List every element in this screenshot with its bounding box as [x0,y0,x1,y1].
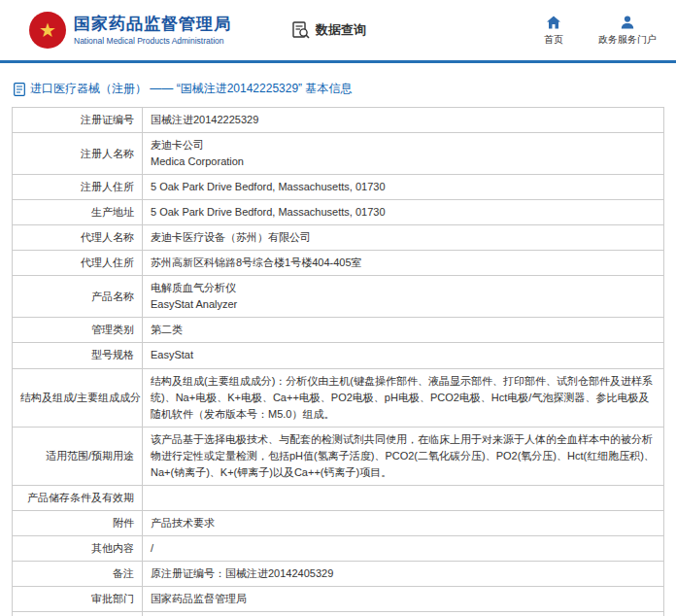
row-value: 苏州高新区科锦路8号综合楼1号楼404-405室 [143,251,664,276]
page: ★ 国家药品监督管理局 National Medical Products Ad… [0,0,676,616]
row-label: 注册证编号 [13,108,143,133]
row-label: 产品名称 [13,276,143,318]
row-label: 注册人名称 [13,133,143,175]
row-value: 该产品基于选择电极技术、与配套的检测试剂共同使用，在临床上用于对来源于人体的全血… [143,427,664,485]
nav-portal[interactable]: 政务服务门户 [598,15,657,47]
row-label: 批准日期 [13,612,143,616]
row-value [143,485,664,510]
row-value: 原注册证编号：国械注进20142405329 [143,561,664,586]
row-label: 其他内容 [13,535,143,561]
row-label: 代理人名称 [13,225,143,251]
breadcrumb-text: 进口医疗器械（注册） —— “国械注进20142225329” 基本信息 [30,81,352,97]
row-value: 5 Oak Park Drive Bedford, Massachusetts,… [143,200,664,225]
row-label: 代理人住所 [13,251,143,276]
row-value: 国械注进20142225329 [143,108,664,133]
data-query-icon [291,20,311,40]
row-label: 审批部门 [13,586,143,611]
org-name-en: National Medical Products Administration [74,36,231,46]
row-label: 管理类别 [13,318,143,343]
nmpa-logo: ★ 国家药品监督管理局 National Medical Products Ad… [29,12,231,49]
right-nav: 首页 政务服务门户 [536,15,657,47]
main-content: 进口医疗器械（注册） —— “国械注进20142225329” 基本信息 注册证… [0,63,676,616]
home-icon [546,15,561,30]
table-row: 型号规格EasyStat [13,343,664,368]
row-label: 附件 [13,510,143,535]
table-row: 生产地址5 Oak Park Drive Bedford, Massachuse… [13,200,664,225]
table-row: 代理人名称麦迪卡医疗设备（苏州）有限公司 [13,225,664,251]
row-label: 适用范围/预期用途 [13,427,143,485]
table-row: 产品名称电解质血气分析仪 EasyStat Analyzer [13,276,664,318]
row-value: 麦迪卡公司 Medica Corporation [143,133,664,175]
row-value: 2019-09-18 [143,612,664,616]
table-row: 产品储存条件及有效期 [13,485,664,510]
row-value: / [143,535,664,561]
row-label: 生产地址 [13,200,143,225]
site-header: ★ 国家药品监督管理局 National Medical Products Ad… [0,0,676,60]
row-value: EasyStat [143,343,664,368]
table-row: 适用范围/预期用途该产品基于选择电极技术、与配套的检测试剂共同使用，在临床上用于… [13,427,664,485]
table-row: 注册人名称麦迪卡公司 Medica Corporation [13,133,664,175]
user-icon [620,15,635,30]
breadcrumb: 进口医疗器械（注册） —— “国械注进20142225329” 基本信息 [14,81,664,97]
table-row: 管理类别第二类 [13,318,664,343]
row-label: 结构及组成/主要组成成分 [13,368,143,427]
table-row: 注册证编号国械注进20142225329 [13,108,664,133]
info-table-body: 注册证编号国械注进20142225329注册人名称麦迪卡公司 Medica Co… [13,108,664,616]
document-icon [14,83,25,96]
nav-home[interactable]: 首页 [536,15,571,47]
row-value: 电解质血气分析仪 EasyStat Analyzer [143,276,664,318]
row-label: 注册人住所 [13,175,143,200]
row-label: 备注 [13,561,143,586]
row-value: 结构及组成(主要组成成分)：分析仪由主机(键盘操作部件、液晶显示部件、打印部件、… [143,368,664,427]
table-row: 其他内容/ [13,535,664,561]
table-row: 审批部门国家药品监督管理局 [13,586,664,611]
row-label: 型号规格 [13,343,143,368]
org-names: 国家药品监督管理局 National Medical Products Admi… [74,15,231,46]
national-emblem-icon: ★ [29,12,66,49]
table-row: 批准日期2019-09-18 [13,612,664,616]
data-query-label: 数据查询 [316,21,366,39]
row-value: 麦迪卡医疗设备（苏州）有限公司 [143,225,664,251]
info-table: 注册证编号国械注进20142225329注册人名称麦迪卡公司 Medica Co… [12,107,664,616]
row-value: 5 Oak Park Drive Bedford, Massachusetts,… [143,175,664,200]
table-row: 代理人住所苏州高新区科锦路8号综合楼1号楼404-405室 [13,251,664,276]
org-name-cn: 国家药品监督管理局 [74,15,231,34]
table-row: 备注原注册证编号：国械注进20142405329 [13,561,664,586]
table-row: 附件产品技术要求 [13,510,664,535]
row-value: 产品技术要求 [143,510,664,535]
table-row: 注册人住所5 Oak Park Drive Bedford, Massachus… [13,175,664,200]
nav-home-label: 首页 [544,33,563,47]
row-value: 国家药品监督管理局 [143,586,664,611]
table-row: 结构及组成/主要组成成分结构及组成(主要组成成分)：分析仪由主机(键盘操作部件、… [13,368,664,427]
row-value: 第二类 [143,318,664,343]
nav-portal-label: 政务服务门户 [598,33,657,47]
nav-data-query[interactable]: 数据查询 [291,20,366,40]
row-label: 产品储存条件及有效期 [13,485,143,510]
